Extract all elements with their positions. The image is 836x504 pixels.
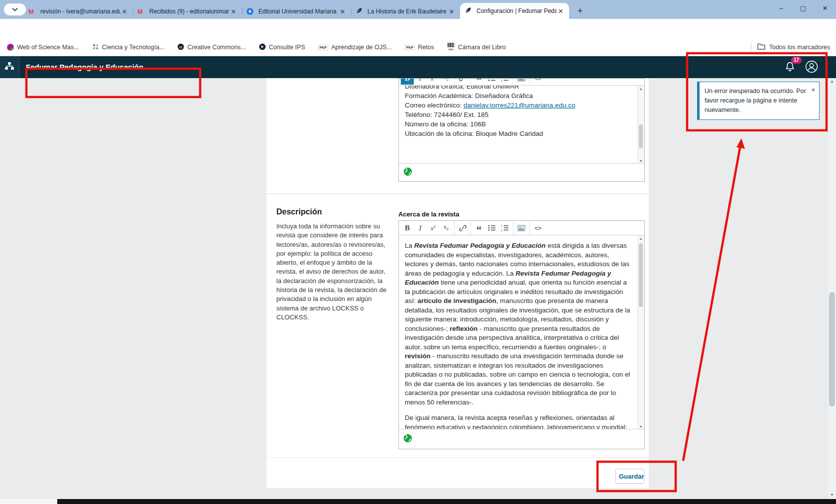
folder-icon [757, 43, 765, 51]
section-help-text: Incluya toda la información sobre su rev… [276, 222, 392, 322]
tab-title: Recibidos (9) - editorialunimar@ [149, 8, 230, 15]
taskbar-gap [0, 499, 57, 504]
scrollbar-thumb[interactable] [639, 243, 643, 307]
window-controls: – ▢ ✕ [770, 0, 836, 16]
svg-text:2: 2 [501, 79, 502, 82]
bookmark-item-7[interactable]: isbnCámara del Libro [447, 43, 506, 52]
bookmark-item-5[interactable]: PKPAprendizaje de OJS... [318, 44, 392, 51]
browser-tab-3[interactable]: Editorial Universidad Mariana -✕ [242, 4, 351, 19]
save-button[interactable]: Guardar [615, 469, 644, 484]
scroll-down-icon[interactable]: ▼ [828, 493, 836, 497]
browser-tab-4[interactable]: La Historia de Erik Baudelaire | F✕ [351, 4, 460, 19]
quote-button[interactable]: “ [473, 79, 485, 85]
bookmark-label: Retos [418, 44, 434, 51]
bookmark-item-3[interactable]: ccCreative Commons... [177, 43, 245, 52]
tab-close-icon[interactable]: ✕ [557, 7, 565, 15]
ol-button[interactable]: 12 [498, 79, 511, 85]
sup-button[interactable]: x2 [427, 221, 440, 234]
about-editor-scrollbar[interactable]: ▲ ▼ [637, 235, 644, 429]
page-scrollbar[interactable]: ▲ ▼ [828, 78, 836, 499]
toolbar-separator [529, 221, 530, 235]
org-chart-icon [5, 62, 14, 72]
browser-tab-5[interactable]: Configuración | Fedumar Pedag✕ [460, 3, 569, 19]
toolbar-separator [513, 79, 513, 85]
all-bookmarks-label[interactable]: Todos los marcadores [769, 44, 830, 51]
about-editor-content[interactable]: La Revista Fedumar Pedagogía y Educación… [399, 235, 638, 429]
scroll-up-icon[interactable]: ▲ [828, 79, 836, 84]
scroll-up-icon[interactable]: ▲ [638, 235, 644, 241]
tab-close-icon[interactable]: ✕ [448, 8, 456, 15]
creative-commons-icon: cc [177, 43, 184, 52]
bookmark-item-6[interactable]: PKPRetos [405, 44, 434, 51]
link-button[interactable] [456, 221, 469, 234]
browser-tab-2[interactable]: MRecibidos (9) - editorialunimar@✕ [133, 4, 242, 19]
svg-text:1: 1 [501, 224, 502, 227]
quote-button[interactable]: “ [473, 221, 485, 234]
about-editor-footer [399, 429, 644, 449]
image-button[interactable] [515, 79, 528, 85]
tab-close-icon[interactable]: ✕ [339, 8, 347, 15]
sup-button[interactable]: x2 [427, 79, 440, 85]
browser-tab-1[interactable]: Mrevisión - lvera@umariana.edu.c✕ [24, 4, 133, 19]
toolbar-separator [454, 79, 455, 85]
bookmark-label: Creative Commons... [187, 44, 245, 51]
site-menu-button[interactable] [0, 56, 19, 78]
maximize-button[interactable]: ▢ [792, 0, 814, 16]
minimize-button[interactable]: – [770, 0, 792, 16]
user-profile-icon[interactable] [805, 60, 818, 75]
sub-button[interactable]: x2 [440, 79, 453, 85]
section-divider [266, 194, 649, 194]
ul-button[interactable] [485, 79, 498, 85]
contact-editor-content[interactable]: Diseñadora Gráfica, Editorial UNIMARForm… [399, 86, 638, 164]
bookmarks-divider [751, 43, 751, 51]
ojs-header: Fedumar Pedagogía y Educación 17 [0, 56, 836, 78]
link-button[interactable] [456, 79, 469, 85]
scrollbar-thumb[interactable] [829, 292, 835, 406]
tab-title: La Historia de Erik Baudelaire | F [367, 8, 448, 15]
bookmark-label: Ciencia y Tecnología... [102, 44, 165, 51]
sub-button[interactable]: x2 [440, 221, 453, 234]
quill-icon [465, 6, 471, 15]
bookmark-item-2[interactable]: Ciencia y Tecnología... [92, 43, 165, 52]
about-editor-toolbar: BIx2x2“12<> [399, 221, 644, 235]
code-button[interactable]: <> [531, 221, 544, 234]
bold-button[interactable]: B [401, 221, 414, 234]
bookmark-item-4[interactable]: Consulte IPS [259, 43, 305, 52]
bookmark-item-1[interactable]: Web of Science Mas... [7, 44, 79, 51]
taskbar-edge [57, 499, 836, 504]
tab-separator [351, 7, 352, 15]
image-button[interactable] [515, 221, 528, 234]
bookmark-label: Web of Science Mas... [17, 44, 79, 51]
ul-button[interactable] [485, 221, 498, 234]
tab-search-chevron-icon[interactable] [4, 3, 26, 15]
globe-icon[interactable] [403, 434, 412, 445]
editorial-site-icon [246, 8, 253, 15]
tab-close-icon[interactable]: ✕ [230, 8, 238, 15]
settings-panel: BIx2x2“12<> Diseñadora Gráfica, Editoria… [266, 78, 649, 488]
globe-icon[interactable] [403, 167, 412, 178]
browser-toolbar: revistas.umariana.edu.co/index.php/fedum… [0, 19, 836, 39]
gmail-icon: M [28, 8, 34, 15]
field-label: Acerca de la revista [398, 210, 459, 218]
tab-close-icon[interactable]: ✕ [120, 8, 128, 15]
form-divider [266, 457, 649, 458]
italic-button[interactable]: I [414, 79, 427, 85]
svg-text:cc: cc [179, 45, 183, 48]
new-tab-button[interactable]: + [574, 4, 587, 17]
contact-line: Ubicación de la oficina: Bloque Madre Ca… [405, 129, 632, 138]
contact-editor: BIx2x2“12<> Diseñadora Gráfica, Editoria… [398, 78, 645, 182]
scroll-up-icon[interactable]: ▲ [638, 86, 644, 92]
close-icon[interactable]: × [811, 85, 815, 95]
quill-icon [356, 7, 362, 16]
bold-button[interactable]: B [401, 79, 414, 85]
email-link[interactable]: danielav.torres221@umariana.edu.co [464, 101, 575, 109]
ol-button[interactable]: 12 [498, 221, 511, 234]
close-window-button[interactable]: ✕ [814, 0, 836, 16]
code-button[interactable]: <> [531, 79, 544, 85]
contact-editor-scrollbar[interactable]: ▲ ▼ [637, 86, 644, 164]
contact-line: Teléfono: 7244460/ Ext. 185 [405, 110, 632, 119]
about-paragraph: De igual manera, la revista acepta reseñ… [405, 413, 632, 429]
journal-title[interactable]: Fedumar Pedagogía y Educación [26, 56, 143, 78]
scrollbar-thumb[interactable] [639, 124, 643, 148]
italic-button[interactable]: I [414, 221, 427, 234]
